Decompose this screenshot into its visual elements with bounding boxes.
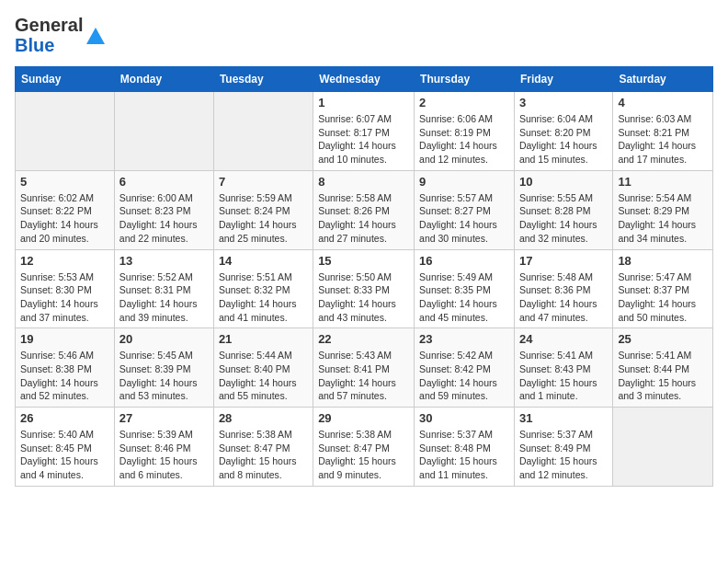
- calendar-cell: 6Sunrise: 6:00 AMSunset: 8:23 PMDaylight…: [114, 170, 213, 249]
- calendar-cell: 3Sunrise: 6:04 AMSunset: 8:20 PMDaylight…: [514, 92, 612, 171]
- day-info: Sunrise: 6:02 AMSunset: 8:22 PMDaylight:…: [20, 191, 109, 246]
- day-info: Sunrise: 5:52 AMSunset: 8:31 PMDaylight:…: [119, 270, 209, 325]
- page-header: GeneralBlue: [15, 15, 713, 55]
- calendar-cell: 17Sunrise: 5:48 AMSunset: 8:36 PMDayligh…: [514, 249, 612, 328]
- logo: GeneralBlue: [15, 15, 108, 55]
- day-number: 31: [519, 411, 608, 425]
- weekday-header: Tuesday: [213, 67, 313, 92]
- day-info: Sunrise: 5:51 AMSunset: 8:32 PMDaylight:…: [219, 270, 308, 325]
- day-number: 27: [119, 411, 209, 425]
- day-number: 21: [219, 332, 308, 346]
- logo-triangle-icon: [83, 22, 108, 48]
- day-info: Sunrise: 5:50 AMSunset: 8:33 PMDaylight:…: [318, 270, 409, 325]
- day-info: Sunrise: 5:37 AMSunset: 8:48 PMDaylight:…: [419, 428, 509, 482]
- weekday-header: Monday: [114, 67, 213, 92]
- weekday-header: Wednesday: [313, 67, 415, 92]
- weekday-header: Friday: [514, 67, 612, 92]
- day-number: 23: [419, 332, 509, 346]
- day-info: Sunrise: 5:49 AMSunset: 8:35 PMDaylight:…: [419, 270, 509, 325]
- day-info: Sunrise: 5:47 AMSunset: 8:37 PMDaylight:…: [618, 270, 708, 325]
- day-info: Sunrise: 5:38 AMSunset: 8:47 PMDaylight:…: [318, 428, 409, 482]
- day-info: Sunrise: 5:54 AMSunset: 8:29 PMDaylight:…: [618, 191, 708, 246]
- calendar-cell: 5Sunrise: 6:02 AMSunset: 8:22 PMDaylight…: [16, 170, 115, 249]
- day-info: Sunrise: 5:57 AMSunset: 8:27 PMDaylight:…: [419, 191, 509, 246]
- calendar-week-row: 26Sunrise: 5:40 AMSunset: 8:45 PMDayligh…: [16, 408, 713, 487]
- day-info: Sunrise: 6:07 AMSunset: 8:17 PMDaylight:…: [318, 112, 409, 167]
- calendar-week-row: 1Sunrise: 6:07 AMSunset: 8:17 PMDaylight…: [16, 92, 713, 171]
- logo-container: GeneralBlue: [15, 15, 108, 55]
- day-number: 25: [618, 332, 708, 346]
- day-number: 2: [419, 96, 509, 109]
- calendar-cell: [213, 92, 313, 171]
- day-info: Sunrise: 5:42 AMSunset: 8:42 PMDaylight:…: [419, 349, 509, 403]
- weekday-header: Saturday: [613, 67, 713, 92]
- svg-marker-0: [86, 28, 105, 44]
- day-number: 12: [20, 254, 109, 268]
- day-info: Sunrise: 5:59 AMSunset: 8:24 PMDaylight:…: [219, 191, 308, 246]
- calendar-cell: 7Sunrise: 5:59 AMSunset: 8:24 PMDaylight…: [213, 170, 313, 249]
- day-number: 8: [318, 175, 409, 189]
- day-info: Sunrise: 5:46 AMSunset: 8:38 PMDaylight:…: [20, 349, 109, 403]
- calendar-cell: 21Sunrise: 5:44 AMSunset: 8:40 PMDayligh…: [213, 328, 313, 408]
- day-number: 17: [519, 254, 608, 268]
- calendar-cell: 9Sunrise: 5:57 AMSunset: 8:27 PMDaylight…: [415, 170, 515, 249]
- logo-line1: General: [15, 15, 83, 35]
- calendar-week-row: 19Sunrise: 5:46 AMSunset: 8:38 PMDayligh…: [16, 328, 713, 408]
- day-info: Sunrise: 5:43 AMSunset: 8:41 PMDaylight:…: [318, 349, 409, 403]
- day-number: 4: [618, 96, 708, 109]
- calendar-cell: 14Sunrise: 5:51 AMSunset: 8:32 PMDayligh…: [213, 249, 313, 328]
- calendar-cell: 16Sunrise: 5:49 AMSunset: 8:35 PMDayligh…: [415, 249, 515, 328]
- day-number: 10: [519, 175, 608, 189]
- day-info: Sunrise: 5:37 AMSunset: 8:49 PMDaylight:…: [519, 428, 608, 482]
- calendar-cell: [114, 92, 213, 171]
- day-info: Sunrise: 5:41 AMSunset: 8:44 PMDaylight:…: [618, 349, 708, 403]
- calendar-cell: 15Sunrise: 5:50 AMSunset: 8:33 PMDayligh…: [313, 249, 415, 328]
- calendar-cell: 25Sunrise: 5:41 AMSunset: 8:44 PMDayligh…: [613, 328, 713, 408]
- day-number: 18: [618, 254, 708, 268]
- day-info: Sunrise: 6:03 AMSunset: 8:21 PMDaylight:…: [618, 112, 708, 167]
- day-number: 6: [119, 175, 209, 189]
- calendar-cell: 24Sunrise: 5:41 AMSunset: 8:43 PMDayligh…: [514, 328, 612, 408]
- logo-line2: Blue: [15, 35, 83, 55]
- day-number: 13: [119, 254, 209, 268]
- day-info: Sunrise: 5:53 AMSunset: 8:30 PMDaylight:…: [20, 270, 109, 325]
- day-info: Sunrise: 6:04 AMSunset: 8:20 PMDaylight:…: [519, 112, 608, 167]
- day-number: 16: [419, 254, 509, 268]
- day-number: 3: [519, 96, 608, 109]
- day-number: 19: [20, 332, 109, 346]
- weekday-header: Thursday: [415, 67, 515, 92]
- calendar-cell: 30Sunrise: 5:37 AMSunset: 8:48 PMDayligh…: [415, 408, 515, 487]
- calendar-cell: [16, 92, 115, 171]
- calendar-cell: 13Sunrise: 5:52 AMSunset: 8:31 PMDayligh…: [114, 249, 213, 328]
- calendar-week-row: 5Sunrise: 6:02 AMSunset: 8:22 PMDaylight…: [16, 170, 713, 249]
- calendar-cell: 29Sunrise: 5:38 AMSunset: 8:47 PMDayligh…: [313, 408, 415, 487]
- calendar-cell: 10Sunrise: 5:55 AMSunset: 8:28 PMDayligh…: [514, 170, 612, 249]
- day-number: 29: [318, 411, 409, 425]
- day-info: Sunrise: 5:55 AMSunset: 8:28 PMDaylight:…: [519, 191, 608, 246]
- calendar-cell: 26Sunrise: 5:40 AMSunset: 8:45 PMDayligh…: [16, 408, 115, 487]
- calendar-cell: 20Sunrise: 5:45 AMSunset: 8:39 PMDayligh…: [114, 328, 213, 408]
- day-info: Sunrise: 5:48 AMSunset: 8:36 PMDaylight:…: [519, 270, 608, 325]
- day-number: 28: [219, 411, 308, 425]
- day-number: 5: [20, 175, 109, 189]
- calendar-cell: 23Sunrise: 5:42 AMSunset: 8:42 PMDayligh…: [415, 328, 515, 408]
- calendar-cell: 4Sunrise: 6:03 AMSunset: 8:21 PMDaylight…: [613, 92, 713, 171]
- day-number: 20: [119, 332, 209, 346]
- day-info: Sunrise: 5:44 AMSunset: 8:40 PMDaylight:…: [219, 349, 308, 403]
- day-info: Sunrise: 6:00 AMSunset: 8:23 PMDaylight:…: [119, 191, 209, 246]
- day-number: 1: [318, 96, 409, 109]
- day-info: Sunrise: 5:58 AMSunset: 8:26 PMDaylight:…: [318, 191, 409, 246]
- weekday-header: Sunday: [16, 67, 115, 92]
- day-info: Sunrise: 6:06 AMSunset: 8:19 PMDaylight:…: [419, 112, 509, 167]
- calendar-cell: 31Sunrise: 5:37 AMSunset: 8:49 PMDayligh…: [514, 408, 612, 487]
- calendar-table: SundayMondayTuesdayWednesdayThursdayFrid…: [15, 66, 713, 487]
- day-info: Sunrise: 5:39 AMSunset: 8:46 PMDaylight:…: [119, 428, 209, 482]
- calendar-cell: 1Sunrise: 6:07 AMSunset: 8:17 PMDaylight…: [313, 92, 415, 171]
- day-number: 15: [318, 254, 409, 268]
- day-info: Sunrise: 5:40 AMSunset: 8:45 PMDaylight:…: [20, 428, 109, 482]
- calendar-cell: 11Sunrise: 5:54 AMSunset: 8:29 PMDayligh…: [613, 170, 713, 249]
- calendar-cell: 19Sunrise: 5:46 AMSunset: 8:38 PMDayligh…: [16, 328, 115, 408]
- calendar-cell: 18Sunrise: 5:47 AMSunset: 8:37 PMDayligh…: [613, 249, 713, 328]
- day-number: 9: [419, 175, 509, 189]
- day-number: 26: [20, 411, 109, 425]
